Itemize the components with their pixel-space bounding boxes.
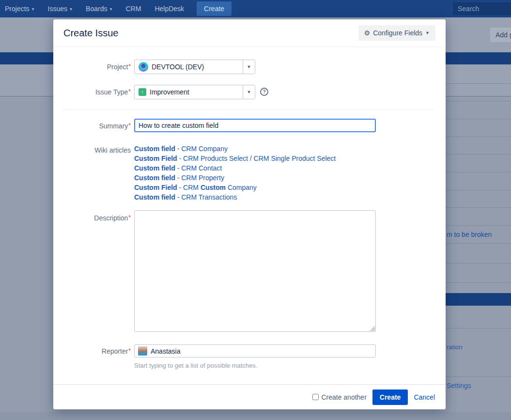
project-dropdown-arrow-icon[interactable]: ▼ — [243, 60, 255, 74]
configure-fields-button[interactable]: ⚙ Configure Fields ▼ — [358, 25, 435, 41]
description-label: Description — [53, 214, 131, 222]
dashboard-row-divider — [446, 119, 511, 119]
wiki-article-link[interactable]: Custom field - CRM Company — [134, 144, 336, 154]
wiki-article-link[interactable]: Custom field - CRM Transactions — [134, 192, 336, 202]
issue-type-select[interactable]: ↑ Improvement ▼ — [134, 85, 255, 99]
wiki-article-segment: - CRM Transactions — [175, 193, 237, 201]
create-another-option[interactable]: Create another — [312, 393, 366, 401]
nav-item-projects[interactable]: Projects▾ — [5, 5, 34, 13]
description-field-wrap — [134, 210, 376, 332]
nav-item-label: Projects — [5, 5, 30, 13]
wiki-article-segment: - CRM Property — [175, 174, 224, 182]
nav-item-label: CRM — [126, 5, 141, 13]
background-link-ration[interactable]: ration — [447, 343, 463, 351]
reporter-field — [134, 344, 376, 358]
description-textarea[interactable] — [134, 210, 376, 332]
top-navbar: Projects▾Issues▾Boards▾CRMHelpDesk Creat… — [0, 0, 511, 17]
dashboard-row-divider — [446, 190, 511, 190]
nav-item-label: Boards — [86, 5, 107, 13]
wiki-article-bold-segment: Custom — [201, 184, 226, 191]
wiki-article-bold-segment: Custom field — [134, 164, 175, 172]
background-link-broken[interactable]: m to be broken — [447, 231, 492, 238]
modal-title: Create Issue — [63, 28, 118, 39]
wiki-article-link[interactable]: Custom field - CRM Property — [134, 173, 336, 183]
background-link-settings[interactable]: Settings — [447, 382, 471, 389]
add-gadget-button[interactable]: Add g — [490, 28, 511, 42]
dashboard-row-divider — [446, 207, 511, 208]
dashboard-row-divider — [446, 154, 511, 155]
wiki-article-bold-segment: Custom Field — [134, 184, 177, 191]
dashboard-row-divider — [446, 137, 511, 137]
dashboard-blue-band-right — [446, 293, 511, 306]
issue-type-dropdown-arrow-icon[interactable]: ▼ — [243, 85, 255, 99]
improvement-type-icon: ↑ — [139, 88, 146, 96]
wiki-article-bold-segment: Custom field — [134, 174, 175, 182]
wiki-article-segment: - CRM Products Select / CRM Single Produ… — [177, 155, 336, 162]
nav-item-crm[interactable]: CRM — [126, 5, 141, 13]
summary-label: Summary — [53, 122, 131, 130]
summary-input[interactable] — [134, 119, 376, 132]
wiki-article-segment: Company — [226, 184, 257, 191]
screen: Projects▾Issues▾Boards▾CRMHelpDesk Creat… — [0, 0, 511, 420]
nav-item-helpdesk[interactable]: HelpDesk — [155, 5, 184, 13]
issue-type-select-value: Improvement — [150, 88, 189, 96]
wiki-articles-list: Custom field - CRM CompanyCustom Field -… — [134, 144, 336, 202]
wiki-articles-label: Wiki articles — [53, 146, 131, 154]
create-issue-modal: Create Issue ⚙ Configure Fields ▼ Projec… — [53, 19, 446, 409]
nav-create-button[interactable]: Create — [197, 1, 232, 16]
create-another-checkbox[interactable] — [312, 394, 319, 400]
issue-type-label: Issue Type — [53, 88, 131, 96]
textarea-resize-handle-icon[interactable] — [370, 326, 375, 331]
reporter-avatar — [138, 346, 147, 356]
nav-item-label: Issues — [48, 5, 67, 13]
modal-footer: Create another Create Cancel — [53, 384, 446, 409]
nav-items: Projects▾Issues▾Boards▾CRMHelpDesk — [5, 5, 184, 13]
chevron-down-icon: ▾ — [70, 6, 72, 12]
dashboard-bottom-strip — [0, 412, 511, 420]
reporter-hint: Start typing to get a list of possible m… — [134, 362, 257, 369]
gear-icon: ⚙ — [364, 30, 371, 36]
dashboard-row-divider — [446, 225, 511, 226]
nav-item-issues[interactable]: Issues▾ — [48, 5, 73, 13]
dashboard-row-divider — [446, 172, 511, 172]
project-select[interactable]: DEVTOOL (DEV) ▼ — [134, 60, 255, 74]
nav-item-label: HelpDesk — [155, 5, 184, 13]
chevron-down-icon: ▾ — [109, 6, 112, 12]
dashboard-row-divider — [446, 282, 511, 283]
wiki-article-segment: - CRM Contact — [175, 164, 222, 172]
project-label: Project — [53, 63, 131, 71]
cancel-link[interactable]: Cancel — [414, 393, 435, 401]
nav-item-boards[interactable]: Boards▾ — [86, 5, 112, 13]
wiki-article-bold-segment: Custom Field — [134, 155, 177, 162]
project-avatar-icon — [139, 62, 148, 72]
wiki-article-link[interactable]: Custom Field - CRM Products Select / CRM… — [134, 154, 336, 163]
dashboard-row-divider — [446, 328, 511, 328]
dashboard-row-divider — [446, 83, 511, 84]
section-divider — [63, 109, 434, 109]
wiki-article-segment: - CRM Company — [175, 145, 228, 153]
issue-type-help-icon[interactable]: ? — [260, 88, 268, 96]
chevron-down-icon: ▾ — [32, 6, 34, 12]
modal-header: Create Issue ⚙ Configure Fields ▼ — [53, 19, 446, 47]
dashboard-row-divider — [446, 101, 511, 101]
wiki-article-bold-segment: Custom field — [134, 145, 175, 153]
wiki-article-link[interactable]: Custom field - CRM Contact — [134, 163, 336, 173]
chevron-down-icon: ▼ — [425, 31, 430, 35]
dashboard-row-divider — [446, 376, 511, 377]
search-input[interactable] — [453, 2, 511, 15]
reporter-input[interactable] — [151, 347, 372, 355]
configure-fields-label: Configure Fields — [373, 29, 422, 37]
dashboard-row-divider — [446, 263, 511, 264]
reporter-label: Reporter — [53, 347, 131, 355]
create-button[interactable]: Create — [372, 389, 408, 405]
project-select-value: DEVTOOL (DEV) — [152, 63, 204, 71]
create-another-label: Create another — [321, 393, 366, 401]
dashboard-row-divider — [446, 243, 511, 244]
wiki-article-segment: - CRM — [177, 184, 201, 191]
wiki-article-link[interactable]: Custom Field - CRM Custom Company — [134, 183, 336, 192]
wiki-article-bold-segment: Custom field — [134, 193, 175, 201]
